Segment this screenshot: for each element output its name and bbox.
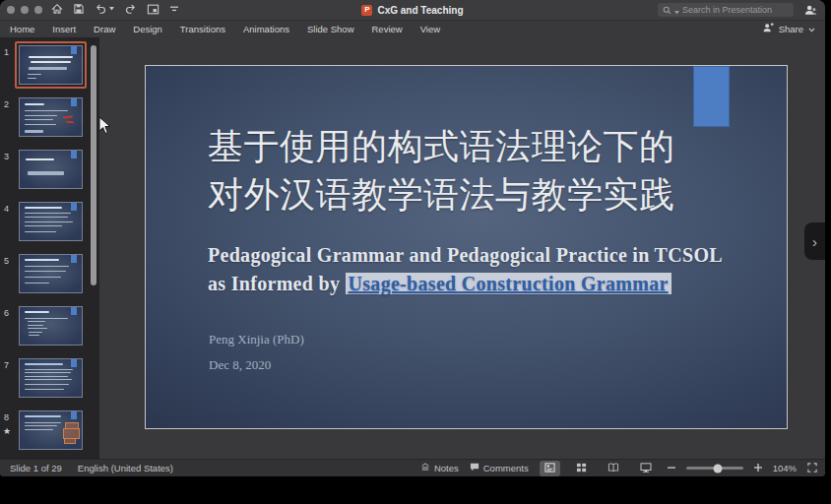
slide-thumbnail-panel: 1 2 xyxy=(0,37,99,460)
normal-view-button[interactable] xyxy=(540,461,560,476)
thumbnail-number: 5 xyxy=(4,256,9,266)
thumbnail-number: 2 xyxy=(4,99,9,109)
zoom-slider[interactable] xyxy=(686,467,743,470)
powerpoint-file-icon: P xyxy=(361,5,372,16)
slide-thumbnail[interactable] xyxy=(19,358,83,398)
slide-thumbnail[interactable] xyxy=(19,254,83,293)
thumbnail-item-6[interactable]: 6 xyxy=(0,302,99,349)
slide-author: Peng Xinjia (PhD) xyxy=(209,332,304,347)
customize-toolbar-icon[interactable] xyxy=(169,5,179,13)
tab-view[interactable]: View xyxy=(420,24,440,34)
notes-icon xyxy=(420,463,430,473)
zoom-percentage[interactable]: 104% xyxy=(773,463,797,473)
chevron-right-icon: › xyxy=(812,233,817,250)
thumbnail-scrollbar[interactable] xyxy=(91,45,96,285)
tab-insert[interactable]: Insert xyxy=(52,24,76,34)
thumbnail-number: 8 xyxy=(4,412,9,422)
slide-title-chinese: 基于使用的构式语法理论下的 对外汉语教学语法与教学实践 xyxy=(208,123,759,220)
tab-review[interactable]: Review xyxy=(372,24,403,34)
language-indicator[interactable]: English (United States) xyxy=(78,463,173,473)
zoom-in-button[interactable] xyxy=(754,463,762,473)
slide-date: Dec 8, 2020 xyxy=(209,357,304,373)
save-icon[interactable] xyxy=(73,3,85,15)
tab-transitions[interactable]: Transitions xyxy=(180,24,225,34)
search-box[interactable] xyxy=(658,3,794,17)
content-area: 1 2 xyxy=(0,37,825,460)
share-button[interactable]: Share xyxy=(762,21,815,37)
tab-home[interactable]: Home xyxy=(10,24,34,34)
thumbnail-item-3[interactable]: 3 xyxy=(0,146,99,193)
slide-counter: Slide 1 of 29 xyxy=(10,463,62,473)
panel-toggle[interactable]: › xyxy=(804,222,825,260)
hyperlink-highlighted[interactable]: Usage-based Construction Grammar xyxy=(346,273,671,294)
titlebar: P CxG and Teaching xyxy=(0,0,825,21)
slide-subtitle-english: Pedagogical Grammar and Pedagogical Prac… xyxy=(208,241,759,298)
zoom-slider-thumb[interactable] xyxy=(713,464,722,472)
home-icon[interactable] xyxy=(51,3,63,15)
ribbon-tab-bar: Home Insert Draw Design Transitions Anim… xyxy=(0,21,825,38)
window-controls xyxy=(7,6,42,14)
thumbnail-number: 4 xyxy=(4,204,9,214)
thumbnail-selected-frame xyxy=(15,41,87,89)
redo-icon[interactable] xyxy=(124,3,137,15)
thumbnail-item-7[interactable]: 7 xyxy=(0,354,99,402)
mouse-cursor xyxy=(98,116,111,139)
slide-thumbnail[interactable] xyxy=(19,45,83,85)
fit-slide-to-window-button[interactable] xyxy=(807,463,817,474)
thumbnail-number: 7 xyxy=(4,360,9,370)
slide-sorter-view-button[interactable] xyxy=(571,461,592,476)
reading-view-icon xyxy=(607,463,619,474)
search-input[interactable] xyxy=(682,5,789,15)
minimize-button[interactable] xyxy=(21,6,29,14)
zoom-button[interactable] xyxy=(34,6,42,14)
slideshow-icon xyxy=(640,463,652,474)
new-window-icon[interactable] xyxy=(147,4,160,15)
thumbnail-item-5[interactable]: 5 xyxy=(0,250,99,297)
slide-sorter-icon xyxy=(576,463,587,474)
animation-star-icon: ★ xyxy=(3,426,11,436)
undo-dropdown-caret xyxy=(109,7,114,11)
powerpoint-window: P CxG and Teaching Home Insert Draw Desi… xyxy=(0,0,825,476)
slide-author-block: Peng Xinjia (PhD) Dec 8, 2020 xyxy=(209,332,304,373)
normal-view-icon xyxy=(544,463,555,474)
search-icon xyxy=(663,6,671,15)
tab-animations[interactable]: Animations xyxy=(243,24,289,34)
reading-view-button[interactable] xyxy=(603,461,624,476)
slide-thumbnail[interactable] xyxy=(19,306,83,346)
slideshow-view-button[interactable] xyxy=(635,461,657,476)
tab-design[interactable]: Design xyxy=(133,24,162,34)
thumbnail-item-4[interactable]: 4 xyxy=(0,198,99,245)
notes-button[interactable]: Notes xyxy=(420,463,459,473)
zoom-out-button[interactable] xyxy=(668,463,675,473)
share-chevron-down-icon xyxy=(808,24,815,34)
undo-icon[interactable] xyxy=(95,3,114,15)
thumbnail-item-1[interactable]: 1 xyxy=(0,41,99,89)
thumbnail-item-8[interactable]: 8 ★ xyxy=(0,407,99,454)
thumbnail-number: 3 xyxy=(4,152,9,161)
slide-thumbnail[interactable] xyxy=(19,150,83,189)
slide-thumbnail[interactable] xyxy=(19,410,83,450)
quick-access-toolbar xyxy=(51,3,179,15)
tab-draw[interactable]: Draw xyxy=(94,24,115,34)
document-title: CxG and Teaching xyxy=(377,5,463,16)
status-bar: Slide 1 of 29 English (United States) No… xyxy=(0,459,825,476)
share-label: Share xyxy=(779,24,803,34)
thumbnail-number: 1 xyxy=(4,47,9,57)
search-scope-caret-icon[interactable] xyxy=(674,1,679,19)
account-presence-icon[interactable] xyxy=(803,3,817,21)
share-person-plus-icon xyxy=(762,23,774,35)
comments-icon xyxy=(470,463,479,473)
thumbnail-number: 6 xyxy=(4,308,9,318)
comments-button[interactable]: Comments xyxy=(470,463,529,473)
slide-thumbnail[interactable] xyxy=(19,97,83,137)
tab-slide-show[interactable]: Slide Show xyxy=(307,24,354,34)
close-button[interactable] xyxy=(7,6,15,14)
thumbnail-item-2[interactable]: 2 xyxy=(0,94,99,141)
slide-accent-rectangle xyxy=(693,66,730,127)
slide-thumbnail[interactable] xyxy=(19,202,83,241)
slide-canvas[interactable]: 基于使用的构式语法理论下的 对外汉语教学语法与教学实践 Pedagogical … xyxy=(145,65,788,429)
